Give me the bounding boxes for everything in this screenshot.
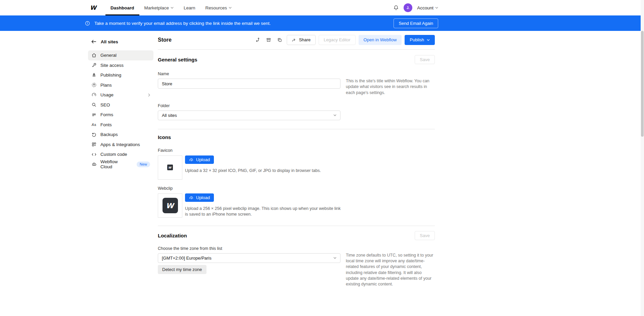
webclip-image: W xyxy=(163,198,178,213)
new-badge: New xyxy=(137,162,150,167)
timezone-select[interactable]: [GMT+2:00] Europe/Paris xyxy=(158,253,340,263)
code-icon xyxy=(91,152,97,157)
localization-save-button[interactable]: Save xyxy=(415,231,435,240)
fonts-icon: Aa xyxy=(91,122,97,127)
open-in-webflow-button[interactable]: Open in Webflow xyxy=(359,35,402,45)
info-icon xyxy=(85,21,90,26)
nav-item-resources[interactable]: Resources xyxy=(200,0,237,15)
settings-sidebar: All sites General Site access Publishing… xyxy=(88,31,153,287)
webclip-upload-button[interactable]: Upload xyxy=(185,193,214,202)
nav-item-learn[interactable]: Learn xyxy=(179,0,200,15)
content-area: All sites General Site access Publishing… xyxy=(0,31,644,287)
send-email-again-button[interactable]: Send Email Again xyxy=(394,18,438,28)
legacy-editor-button[interactable]: Legacy Editor xyxy=(319,35,356,45)
timezone-label: Choose the time zone from this list xyxy=(158,246,340,251)
upload-cloud-icon xyxy=(189,195,194,200)
webclip-label: Webclip xyxy=(158,186,435,191)
apps-icon xyxy=(91,142,97,147)
avatar[interactable]: J. xyxy=(404,3,412,12)
header-divider xyxy=(158,49,435,50)
svg-text:a: a xyxy=(94,123,96,127)
webflow-logo-icon[interactable]: W xyxy=(90,5,98,11)
chevron-down-icon xyxy=(229,7,232,9)
email-verify-banner: Take a moment to verify your email addre… xyxy=(0,15,644,31)
webclip-preview: W xyxy=(158,193,182,218)
general-save-button[interactable]: Save xyxy=(415,55,435,64)
sidebar-item-apps-integrations[interactable]: Apps & Integrations xyxy=(88,140,153,150)
share-arrow-icon xyxy=(292,38,296,42)
section-divider xyxy=(158,226,435,226)
notifications-bell-icon[interactable] xyxy=(393,5,399,11)
top-nav: W Dashboard Marketplace Learn Resources … xyxy=(0,0,644,15)
settings-main: Store Share Legacy Editor Open in Webflo… xyxy=(158,31,435,287)
publish-button[interactable]: Publish xyxy=(405,35,435,45)
localization-heading: Localization xyxy=(158,233,187,238)
cloud-icon xyxy=(91,162,97,167)
name-label: Name xyxy=(158,72,340,76)
sidebar-item-backups[interactable]: Backups xyxy=(88,130,153,140)
icons-heading: Icons xyxy=(158,134,435,140)
gauge-icon xyxy=(91,92,97,98)
account-menu[interactable]: Account xyxy=(417,5,438,10)
archive-site-icon[interactable] xyxy=(265,36,273,44)
forms-icon xyxy=(91,112,97,118)
duplicate-site-icon[interactable] xyxy=(276,36,284,44)
sidebar-item-custom-code[interactable]: Custom code xyxy=(88,149,153,160)
sidebar-item-usage[interactable]: Usage xyxy=(88,90,153,100)
chevron-right-icon xyxy=(148,93,150,97)
detect-timezone-button[interactable]: Detect my time zone xyxy=(158,265,206,274)
back-to-all-sites[interactable]: All sites xyxy=(88,38,153,46)
home-icon xyxy=(91,53,97,58)
sidebar-item-seo[interactable]: SEO xyxy=(88,100,153,110)
upload-cloud-icon xyxy=(189,157,194,162)
back-arrow-icon xyxy=(91,40,96,44)
chevron-down-icon xyxy=(427,39,430,41)
share-button[interactable]: Share xyxy=(287,35,316,45)
svg-text:W: W xyxy=(166,202,175,209)
sidebar-item-publishing[interactable]: Publishing xyxy=(88,70,153,80)
folder-label: Folder xyxy=(158,103,340,108)
sidebar-item-forms[interactable]: Forms xyxy=(88,110,153,120)
favicon-image: W xyxy=(167,165,173,170)
key-icon xyxy=(91,62,97,68)
name-help-text: This is the site's title within Webflow.… xyxy=(346,72,435,96)
page-title: Store xyxy=(158,37,172,43)
transfer-site-icon[interactable] xyxy=(254,36,262,44)
plans-icon xyxy=(91,82,97,88)
favicon-label: Favicon xyxy=(158,148,435,153)
nav-item-dashboard[interactable]: Dashboard xyxy=(105,0,139,15)
sidebar-item-site-access[interactable]: Site access xyxy=(88,60,153,71)
svg-text:W: W xyxy=(90,5,97,11)
chevron-down-icon xyxy=(333,114,336,116)
banner-message: Take a moment to verify your email addre… xyxy=(94,21,271,26)
svg-text:W: W xyxy=(168,166,172,169)
favicon-upload-button[interactable]: Upload xyxy=(185,155,214,164)
folder-select[interactable]: All sites xyxy=(158,110,340,120)
chevron-down-icon xyxy=(171,7,174,9)
vertical-scrollbar-track xyxy=(641,0,644,316)
sidebar-item-webflow-cloud[interactable]: Webflow Cloud New xyxy=(88,160,153,170)
sidebar-item-general[interactable]: General xyxy=(88,50,153,60)
sidebar-item-fonts[interactable]: Aa Fonts xyxy=(88,120,153,130)
svg-text:A: A xyxy=(91,123,94,127)
timezone-help-text: Time zone defaults to UTC, so setting it… xyxy=(346,246,435,287)
sidebar-item-plans[interactable]: Plans xyxy=(88,80,153,90)
webclip-help-text: Upload a 256 × 256 pixel webclip image. … xyxy=(185,206,341,218)
favicon-help-text: Upload a 32 × 32 pixel ICO, PNG, GIF, or… xyxy=(185,168,321,174)
section-divider xyxy=(158,129,435,129)
favicon-preview: W xyxy=(158,155,182,180)
nav-item-marketplace[interactable]: Marketplace xyxy=(139,0,179,15)
chevron-down-icon xyxy=(435,7,438,9)
site-name-input[interactable] xyxy=(158,79,340,89)
search-icon xyxy=(91,102,97,107)
nav-links: Dashboard Marketplace Learn Resources xyxy=(105,0,237,15)
rocket-icon xyxy=(91,73,97,78)
backups-icon xyxy=(91,132,97,137)
vertical-scrollbar-thumb[interactable] xyxy=(641,31,644,137)
chevron-down-icon xyxy=(333,257,336,259)
general-settings-heading: General settings xyxy=(158,57,197,62)
